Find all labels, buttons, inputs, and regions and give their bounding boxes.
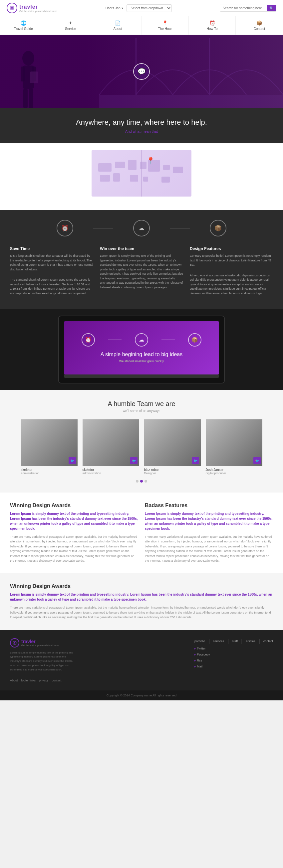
header: travler Get the advice you need about tr… — [0, 0, 283, 16]
team-dot-1[interactable] — [136, 480, 139, 483]
team-role-2: Designer — [144, 472, 201, 475]
laptop-screen: ⏰ ☁ 📦 A simple begining lead to big idea… — [64, 321, 219, 374]
nav-label-about: About — [114, 27, 122, 31]
svg-rect-21 — [113, 173, 120, 182]
nav-icon-contact: 📦 — [256, 20, 262, 26]
nav-item-about[interactable]: 📄About — [94, 16, 142, 35]
tagline-sub: And what mean that — [7, 129, 276, 133]
logo-text: travler Get the advice you need about tr… — [19, 4, 57, 12]
nav-icon-the-hour: 📍 — [162, 20, 168, 26]
nav-icon-travel-guide: 🌐 — [21, 20, 26, 26]
user-label[interactable]: Users Jan ▾ — [106, 6, 123, 10]
svg-rect-24 — [162, 177, 170, 183]
dropdown-select[interactable]: Select from dropdown — [126, 4, 172, 12]
team-twitter-1[interactable]: 🐦 — [130, 457, 138, 464]
footer-bottom-link-privacy[interactable]: privacy — [39, 679, 49, 682]
team-twitter-0[interactable]: 🐦 — [68, 457, 76, 464]
svg-rect-23 — [143, 177, 148, 182]
svg-rect-14 — [115, 162, 125, 168]
svg-rect-11 — [30, 71, 38, 83]
social-link-facebook[interactable]: Facebook — [194, 653, 273, 656]
footer-logo-icon — [10, 638, 19, 648]
nav-item-how-to[interactable]: ⏰How To — [189, 16, 236, 35]
svg-rect-16 — [140, 162, 146, 169]
award-heading-1: Winning Design Awards — [10, 502, 138, 508]
bridge-svg — [99, 35, 283, 108]
connector-1 — [93, 228, 113, 228]
footer-nav-link-portfolio[interactable]: portfolio — [194, 640, 205, 643]
feature-col-3: Design Features Contrary to popular beli… — [190, 246, 273, 296]
award-body-1: There are many variations of passages of… — [10, 534, 138, 563]
awards-section: Winning Design Awards Lorem Ipsum is sim… — [0, 493, 283, 573]
nav-icon-how-to: ⏰ — [209, 20, 215, 26]
footer-bottom-link-contact[interactable]: contact — [52, 679, 62, 682]
nav-item-the-hour[interactable]: 📍The Hour — [142, 16, 189, 35]
footer-left: travler Get the advice you need about tr… — [10, 638, 77, 672]
footer-bottom-link-about[interactable]: About — [10, 679, 18, 682]
svg-rect-7 — [21, 66, 25, 82]
social-link-twitter[interactable]: Twitter — [194, 647, 273, 650]
team-dots — [10, 480, 273, 483]
nav-label-service: Service — [65, 27, 76, 31]
team-role-3: digital producer — [206, 472, 262, 475]
nav-item-travel-guide[interactable]: 🌐Travel Guide — [0, 16, 47, 35]
team-dot-3[interactable] — [144, 480, 147, 483]
single-award-body: There are many variations of passages of… — [10, 605, 273, 620]
footer-social: TwitterFacebookRssMail — [194, 647, 273, 668]
footer-nav-link-services[interactable]: services — [213, 640, 224, 643]
features-section: ⏰ ☁ 📦 Save Time It is a long established… — [0, 210, 283, 309]
search-input[interactable] — [220, 5, 267, 11]
team-member-3: 🐦 Josh Jansen digital producer — [206, 420, 262, 475]
team-grid: 🐦 skeletor administration 🐦 skeletor adm… — [10, 420, 273, 475]
svg-rect-10 — [29, 89, 33, 108]
team-twitter-3[interactable]: 🐦 — [253, 457, 261, 464]
footer-bottom-links: Aboutfooter linksprivacycontact — [10, 679, 273, 682]
footer-bottom-link-footer-links[interactable]: footer links — [21, 679, 36, 682]
feature-col-1: Save Time It is a long established fact … — [10, 246, 93, 296]
social-link-mail[interactable]: Mail — [194, 665, 273, 668]
traveler-silhouette — [13, 48, 43, 108]
svg-rect-20 — [100, 175, 110, 182]
award-body-2: There are many variations of passages of… — [145, 534, 273, 563]
search-button[interactable]: 🔍 — [267, 5, 276, 11]
single-award-highlight: Lorem Ipsum is simply dummy text of the … — [10, 592, 273, 602]
nav-icon-about: 📄 — [115, 20, 120, 26]
laptop-connector-1 — [108, 340, 121, 340]
team-twitter-2[interactable]: 🐦 — [192, 457, 199, 464]
laptop-title: A simple begining lead to big ideas — [101, 351, 182, 358]
nav-item-contact[interactable]: 📦Contact — [236, 16, 283, 35]
footer-nav-divider-1: | — [227, 638, 229, 644]
team-section: A humble Team we are we'll some of us an… — [0, 390, 283, 493]
connector-2 — [170, 228, 190, 228]
feature-body-3b: At vero eos et accusamus et iusto odio d… — [190, 273, 273, 296]
nav-label-the-hour: The Hour — [158, 27, 172, 31]
laptop-icons: ⏰ ☁ 📦 — [82, 333, 201, 346]
map-pin: 📍 — [146, 157, 155, 165]
team-name-3: Josh Jansen — [206, 468, 262, 472]
team-heading: A humble Team we are — [10, 400, 273, 408]
map-visual: 📍 — [91, 150, 192, 196]
footer-nav-link-staff[interactable]: staff — [232, 640, 238, 643]
footer-nav-link-articles[interactable]: articles — [246, 640, 255, 643]
logo-tagline: Get the advice you need about travel — [19, 10, 57, 12]
single-award-section: Winning Design Awards Lorem Ipsum is sim… — [0, 573, 283, 629]
feature-col-2: Win over the team Lorem Ipsum is simply … — [100, 246, 183, 296]
search-bar: 🔍 — [220, 5, 276, 12]
nav-item-service[interactable]: ✈Service — [47, 16, 94, 35]
footer-top: travler Get the advice you need about tr… — [10, 638, 273, 672]
footer-nav-divider-2: | — [241, 638, 243, 644]
footer-nav-link-contact[interactable]: contact — [263, 640, 273, 643]
team-dot-2[interactable] — [140, 480, 143, 483]
team-photo-2: 🐦 — [144, 420, 201, 466]
user-select[interactable]: Users Jan ▾ — [106, 6, 123, 10]
team-role-1: administration — [83, 472, 139, 475]
svg-rect-22 — [130, 175, 138, 182]
laptop-box-icon: 📦 — [188, 333, 201, 346]
footer-right: portfolio|services|staff|articles|contac… — [194, 638, 273, 668]
svg-rect-9 — [23, 89, 28, 108]
team-name-2: blaz robar — [144, 468, 201, 472]
feature-title-3: Design Features — [190, 246, 273, 251]
svg-point-27 — [14, 642, 15, 643]
award-highlight-2: Lorem Ipsum is simply dummy text of the … — [145, 511, 273, 531]
social-link-rss[interactable]: Rss — [194, 659, 273, 662]
